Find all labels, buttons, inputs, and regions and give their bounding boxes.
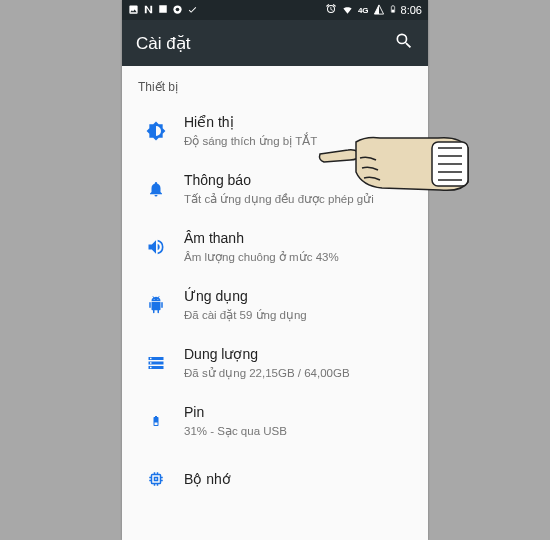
settings-item-storage[interactable]: Dung lượng Đã sử dụng 22,15GB / 64,00GB bbox=[122, 334, 428, 392]
item-subtitle: 31% - Sạc qua USB bbox=[184, 424, 412, 439]
alarm-icon bbox=[325, 3, 337, 17]
svg-rect-0 bbox=[159, 5, 167, 13]
brightness-icon bbox=[136, 121, 176, 141]
section-header-device: Thiết bị bbox=[122, 66, 428, 102]
clock-text: 8:06 bbox=[401, 4, 422, 16]
search-icon[interactable] bbox=[394, 31, 414, 55]
image-icon bbox=[128, 4, 139, 17]
bell-icon bbox=[136, 180, 176, 198]
item-subtitle: Đã cài đặt 59 ứng dụng bbox=[184, 308, 412, 323]
item-title: Pin bbox=[184, 403, 412, 421]
settings-item-sound[interactable]: Âm thanh Âm lượng chuông ở mức 43% bbox=[122, 218, 428, 276]
item-title: Bộ nhớ bbox=[184, 470, 412, 488]
check-icon bbox=[187, 4, 198, 17]
network-label: 4G bbox=[358, 6, 369, 15]
square-icon bbox=[158, 4, 168, 16]
storage-icon bbox=[136, 354, 176, 372]
location-icon bbox=[172, 4, 183, 17]
settings-item-display[interactable]: Hiển thị Độ sáng thích ứng bị TẮT bbox=[122, 102, 428, 160]
signal-icon bbox=[373, 4, 385, 17]
item-subtitle: Tất cả ứng dụng đều được phép gửi bbox=[184, 192, 412, 207]
item-subtitle: Đã sử dụng 22,15GB / 64,00GB bbox=[184, 366, 412, 381]
item-subtitle: Độ sáng thích ứng bị TẮT bbox=[184, 134, 412, 149]
phone-frame: 4G 8:06 Cài đặt Thiết bị Hiển thị Độ sán… bbox=[122, 0, 428, 540]
android-icon bbox=[136, 296, 176, 314]
item-subtitle: Âm lượng chuông ở mức 43% bbox=[184, 250, 412, 265]
n-icon bbox=[143, 4, 154, 17]
item-title: Dung lượng bbox=[184, 345, 412, 363]
memory-icon bbox=[136, 470, 176, 488]
item-title: Thông báo bbox=[184, 171, 412, 189]
settings-item-memory[interactable]: Bộ nhớ bbox=[122, 450, 428, 508]
svg-point-2 bbox=[176, 7, 180, 11]
svg-rect-3 bbox=[391, 10, 394, 12]
battery-icon bbox=[136, 411, 176, 431]
item-title: Âm thanh bbox=[184, 229, 412, 247]
svg-rect-4 bbox=[432, 142, 468, 186]
status-bar: 4G 8:06 bbox=[122, 0, 428, 20]
item-title: Ứng dụng bbox=[184, 287, 412, 305]
wifi-icon bbox=[341, 4, 354, 17]
volume-icon bbox=[136, 237, 176, 257]
item-title: Hiển thị bbox=[184, 113, 412, 131]
settings-item-notifications[interactable]: Thông báo Tất cả ứng dụng đều được phép … bbox=[122, 160, 428, 218]
page-title: Cài đặt bbox=[136, 33, 190, 54]
settings-item-battery[interactable]: Pin 31% - Sạc qua USB bbox=[122, 392, 428, 450]
battery-icon bbox=[389, 3, 397, 17]
settings-list: Thiết bị Hiển thị Độ sáng thích ứng bị T… bbox=[122, 66, 428, 540]
settings-item-apps[interactable]: Ứng dụng Đã cài đặt 59 ứng dụng bbox=[122, 276, 428, 334]
app-bar: Cài đặt bbox=[122, 20, 428, 66]
